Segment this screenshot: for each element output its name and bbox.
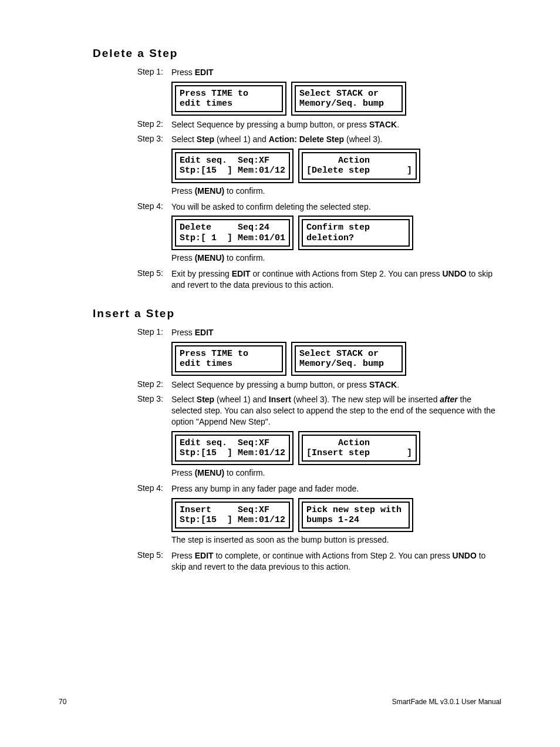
step-label: Step 4: bbox=[122, 483, 171, 494]
key-menu: (MENU) bbox=[195, 253, 225, 263]
step-body: Exit by pressing EDIT or continue with A… bbox=[171, 268, 501, 291]
heading-insert: Insert a Step bbox=[93, 307, 501, 320]
text: (wheel 3). bbox=[344, 134, 382, 144]
text: Press bbox=[171, 253, 195, 263]
step-label: Step 3: bbox=[122, 394, 171, 428]
text: Select Sequence by pressing a bump butto… bbox=[171, 380, 369, 389]
text: Exit by pressing bbox=[171, 269, 232, 278]
bold: Action: Delete Step bbox=[269, 134, 344, 144]
lcd-box: Select STACK or Memory/Seq. bump bbox=[291, 82, 406, 116]
key-stack: STACK bbox=[369, 120, 397, 129]
step-body: Press any bump in any fader page and fad… bbox=[171, 483, 501, 494]
lcd-box: Press TIME to edit times bbox=[171, 342, 286, 376]
lcd-text: Edit seq. Seq:XF Stp:[15 ] Mem:01/12 bbox=[175, 435, 290, 462]
lcd-box: Select STACK or Memory/Seq. bump bbox=[291, 342, 406, 376]
lcd-box: Action [Insert step ] bbox=[298, 431, 420, 466]
step-label: Step 1: bbox=[122, 67, 171, 78]
bold: Step bbox=[197, 134, 214, 144]
key-edit: EDIT bbox=[195, 68, 214, 77]
text: or continue with Actions from Step 2. Yo… bbox=[251, 269, 443, 278]
key-menu: (MENU) bbox=[195, 468, 225, 477]
lcd-box: Action [Delete step ] bbox=[298, 149, 420, 183]
step-body: Select Sequence by pressing a bump butto… bbox=[171, 379, 501, 391]
key-edit: EDIT bbox=[232, 269, 251, 278]
lcd-box: Delete Seq:24 Stp:[ 1 ] Mem:01/01 bbox=[171, 216, 294, 250]
text: Press bbox=[171, 68, 195, 77]
step-body: You will be asked to confirm deleting th… bbox=[171, 201, 501, 213]
lcd-text: Confirm step deletion? bbox=[302, 219, 410, 247]
lcd-text: Select STACK or Memory/Seq. bump bbox=[295, 345, 403, 373]
key-stack: STACK bbox=[369, 380, 397, 389]
italic: after bbox=[440, 395, 457, 404]
step-body: Select Sequence by pressing a bump butto… bbox=[171, 119, 501, 130]
key-undo: UNDO bbox=[453, 551, 477, 560]
bold: Insert bbox=[269, 395, 291, 404]
lcd-text: Select STACK or Memory/Seq. bump bbox=[295, 85, 403, 113]
text: Press bbox=[171, 551, 195, 560]
text: (wheel 3). The new step will be inserted bbox=[291, 395, 440, 404]
text: Press bbox=[171, 186, 195, 196]
step-label: Step 5: bbox=[122, 550, 171, 573]
lcd-text: Pick new step with bumps 1-24 bbox=[302, 502, 410, 529]
step-label: Step 5: bbox=[122, 268, 171, 291]
page-number: 70 bbox=[59, 698, 66, 706]
step-label: Step 4: bbox=[122, 201, 171, 213]
text: . bbox=[397, 380, 399, 389]
text: (wheel 1) and bbox=[214, 395, 269, 404]
key-edit: EDIT bbox=[195, 328, 214, 337]
text: to confirm. bbox=[224, 186, 265, 196]
lcd-box: Edit seq. Seq:XF Stp:[15 ] Mem:01/12 bbox=[171, 149, 294, 183]
heading-delete: Delete a Step bbox=[93, 47, 501, 60]
text: . bbox=[397, 120, 399, 129]
key-menu: (MENU) bbox=[195, 186, 225, 196]
after-lcd-text: The step is inserted as soon as the bump… bbox=[171, 534, 501, 546]
after-lcd-text: Press (MENU) to confirm. bbox=[171, 186, 501, 197]
step-body: Select Step (wheel 1) and Insert (wheel … bbox=[171, 394, 501, 428]
lcd-text: Insert Seq:XF Stp:[15 ] Mem:01/12 bbox=[175, 502, 290, 529]
text: Press bbox=[171, 328, 195, 337]
lcd-box: Press TIME to edit times bbox=[171, 82, 286, 116]
lcd-text: Press TIME to edit times bbox=[175, 85, 283, 113]
lcd-text: Press TIME to edit times bbox=[175, 345, 283, 373]
text: (wheel 1) and bbox=[214, 134, 269, 144]
lcd-text: Action [Insert step ] bbox=[302, 435, 417, 462]
bold: Step bbox=[197, 395, 214, 404]
text: Press bbox=[171, 468, 195, 477]
after-lcd-text: Press (MENU) to confirm. bbox=[171, 253, 501, 264]
lcd-box: Insert Seq:XF Stp:[15 ] Mem:01/12 bbox=[171, 498, 294, 533]
step-body: Press EDIT to complete, or continue with… bbox=[171, 550, 501, 573]
lcd-text: Edit seq. Seq:XF Stp:[15 ] Mem:01/12 bbox=[175, 152, 290, 180]
step-body: Select Step (wheel 1) and Action: Delete… bbox=[171, 134, 501, 145]
step-body: Press EDIT bbox=[171, 67, 501, 78]
lcd-box: Pick new step with bumps 1-24 bbox=[298, 498, 413, 533]
step-label: Step 2: bbox=[122, 119, 171, 130]
lcd-box: Edit seq. Seq:XF Stp:[15 ] Mem:01/12 bbox=[171, 431, 294, 466]
step-body: Press EDIT bbox=[171, 327, 501, 338]
lcd-box: Confirm step deletion? bbox=[298, 216, 413, 250]
lcd-text: Action [Delete step ] bbox=[302, 152, 417, 180]
text: to complete, or continue with Actions fr… bbox=[214, 551, 453, 560]
step-label: Step 2: bbox=[122, 379, 171, 391]
key-edit: EDIT bbox=[195, 551, 214, 560]
key-undo: UNDO bbox=[442, 269, 466, 278]
text: to confirm. bbox=[224, 253, 265, 263]
lcd-text: Delete Seq:24 Stp:[ 1 ] Mem:01/01 bbox=[175, 219, 290, 247]
footer-title: SmartFade ML v3.0.1 User Manual bbox=[392, 698, 501, 706]
text: Select Sequence by pressing a bump butto… bbox=[171, 120, 369, 129]
text: to confirm. bbox=[224, 468, 265, 477]
step-label: Step 3: bbox=[122, 134, 171, 145]
after-lcd-text: Press (MENU) to confirm. bbox=[171, 467, 501, 479]
text: Select bbox=[171, 395, 197, 404]
step-label: Step 1: bbox=[122, 327, 171, 338]
text: Select bbox=[171, 134, 197, 144]
